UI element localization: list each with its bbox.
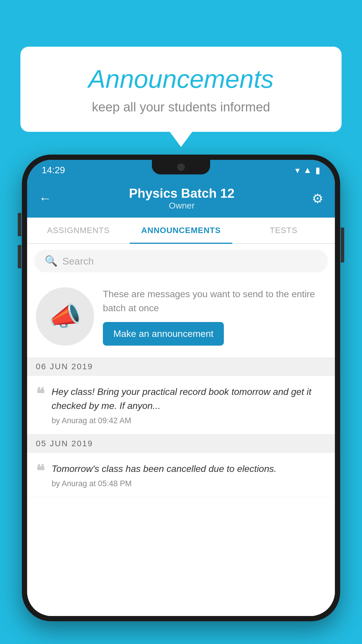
signal-icon: ▲: [303, 165, 312, 175]
batch-role: Owner: [52, 201, 312, 211]
wifi-icon: ▾: [295, 165, 300, 175]
announcement-text-1: Hey class! Bring your practical record b…: [52, 385, 326, 413]
announcement-content-1: Hey class! Bring your practical record b…: [52, 385, 326, 425]
announcement-meta-1: by Anurag at 09:42 AM: [52, 416, 326, 425]
speech-bubble: Announcements keep all your students inf…: [20, 47, 342, 132]
date-separator-1: 06 JUN 2019: [27, 357, 335, 376]
volume-up-button: [18, 213, 21, 236]
search-container: 🔍 Search: [27, 244, 335, 278]
back-button[interactable]: ←: [39, 191, 52, 206]
phone-mockup: 14:29 ▾ ▲ ▮ ← Physics Batch 12 Owner ⚙: [22, 155, 340, 644]
promo-description: These are messages you want to send to t…: [103, 287, 326, 315]
search-placeholder: Search: [62, 256, 94, 267]
batch-title: Physics Batch 12: [52, 186, 312, 201]
volume-down-button: [18, 245, 21, 268]
content-area: 🔍 Search 📣 These are messages you want t…: [27, 244, 335, 616]
app-header: ← Physics Batch 12 Owner ⚙: [27, 180, 335, 218]
announcement-text-2: Tomorrow's class has been cancelled due …: [52, 462, 326, 476]
status-time: 14:29: [42, 165, 65, 176]
megaphone-circle: 📣: [36, 287, 94, 346]
bubble-title: Announcements: [44, 64, 318, 94]
announcement-item-1[interactable]: ❝ Hey class! Bring your practical record…: [27, 376, 335, 434]
megaphone-icon: 📣: [49, 301, 81, 332]
phone-screen: 14:29 ▾ ▲ ▮ ← Physics Batch 12 Owner ⚙: [27, 160, 335, 616]
announcement-meta-2: by Anurag at 05:48 PM: [52, 479, 326, 488]
quote-icon-2: ❝: [36, 463, 45, 479]
search-icon: 🔍: [45, 255, 58, 267]
power-button: [341, 228, 344, 262]
date-separator-2: 05 JUN 2019: [27, 434, 335, 453]
status-icons: ▾ ▲ ▮: [295, 165, 320, 175]
search-bar[interactable]: 🔍 Search: [34, 250, 328, 272]
settings-button[interactable]: ⚙: [312, 191, 323, 206]
battery-icon: ▮: [315, 165, 320, 175]
make-announcement-button[interactable]: Make an announcement: [103, 322, 224, 346]
phone-notch: [152, 160, 210, 174]
tab-assignments[interactable]: ASSIGNMENTS: [27, 218, 130, 243]
quote-icon-1: ❝: [36, 386, 45, 402]
tab-announcements[interactable]: ANNOUNCEMENTS: [130, 218, 232, 243]
tabs-bar: ASSIGNMENTS ANNOUNCEMENTS TESTS: [27, 218, 335, 244]
bubble-subtitle: keep all your students informed: [44, 100, 318, 114]
speech-bubble-section: Announcements keep all your students inf…: [20, 47, 342, 132]
announcement-item-2[interactable]: ❝ Tomorrow's class has been cancelled du…: [27, 453, 335, 497]
header-center: Physics Batch 12 Owner: [52, 186, 312, 211]
phone-body: 14:29 ▾ ▲ ▮ ← Physics Batch 12 Owner ⚙: [22, 155, 340, 621]
tab-tests[interactable]: TESTS: [232, 218, 335, 243]
promo-section: 📣 These are messages you want to send to…: [27, 278, 335, 357]
announcement-content-2: Tomorrow's class has been cancelled due …: [52, 462, 326, 488]
camera: [177, 163, 185, 171]
promo-right: These are messages you want to send to t…: [103, 287, 326, 346]
